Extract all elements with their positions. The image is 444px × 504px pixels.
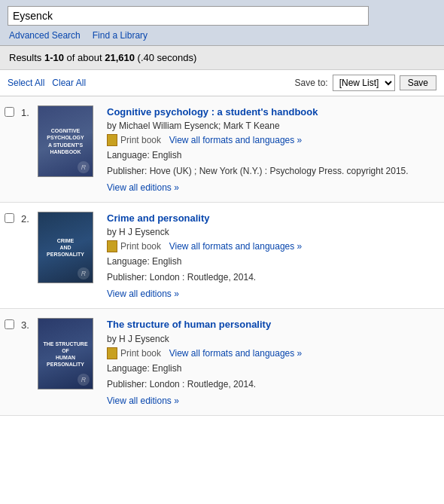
book-cover-col: The Structure ofHuman Personality R: [38, 318, 98, 389]
book-cover-text: COGNITIVEPSYCHOLOGYA STUDENT'SHANDBOOK: [47, 127, 84, 154]
book-cover-col: COGNITIVEPSYCHOLOGYA STUDENT'SHANDBOOK R: [38, 105, 98, 177]
table-row: 1. COGNITIVEPSYCHOLOGYA STUDENT'SHANDBOO…: [0, 96, 444, 203]
book-format-icon: [107, 347, 117, 359]
results-summary: Results 1-10 of about 21,610 (.40 second…: [9, 52, 196, 63]
book-list: 1. COGNITIVEPSYCHOLOGYA STUDENT'SHANDBOO…: [0, 96, 444, 416]
book-publisher: Publisher: London : Routledge, 2014.: [107, 377, 436, 391]
book-author: by Michael William Eysenck; Mark T Keane: [107, 121, 436, 131]
book-info: Cognitive psychology : a student's handb…: [107, 105, 436, 193]
book-number: 1.: [21, 105, 38, 118]
book-info: Crime and personality by H J Eysenck Pri…: [107, 212, 436, 299]
book-cover: COGNITIVEPSYCHOLOGYA STUDENT'SHANDBOOK R: [38, 105, 93, 177]
book-language: Language: English: [107, 148, 436, 162]
book-checkbox-col: [5, 212, 21, 223]
book-author: by H J Eysenck: [107, 227, 436, 237]
book-publisher: Publisher: Hove (UK) ; New York (N.Y.) :…: [107, 164, 436, 178]
book-publisher: Publisher: London : Routledge, 2014.: [107, 270, 436, 284]
book-cover-text: The Structure ofHuman Personality: [41, 341, 90, 368]
select-all-link[interactable]: Select All: [8, 78, 44, 88]
book-cover: CrimeandPersonality R: [38, 212, 93, 283]
book-author: by H J Eysenck: [107, 334, 436, 344]
book-title-link[interactable]: Crime and personality: [107, 212, 210, 224]
book-title-link[interactable]: The structure of human personality: [107, 319, 271, 330]
view-editions-link[interactable]: View all editions »: [107, 182, 179, 193]
book-format-text: Print book: [120, 348, 166, 359]
book-checkbox-col: [5, 105, 21, 117]
book-cover-text: CrimeandPersonality: [47, 237, 84, 258]
book-format-icon: [107, 240, 117, 252]
clear-all-link[interactable]: Clear All: [52, 78, 86, 88]
book-checkbox[interactable]: [5, 319, 14, 329]
search-input[interactable]: [8, 6, 369, 26]
book-format-text: Print book: [120, 135, 166, 145]
book-cover-col: CrimeandPersonality R: [38, 212, 98, 283]
view-formats-link[interactable]: View all formats and languages »: [169, 241, 303, 252]
book-cover: The Structure ofHuman Personality R: [38, 318, 93, 389]
book-format-text: Print book: [120, 241, 166, 252]
search-area: Advanced Search Find a Library: [0, 0, 444, 46]
book-language: Language: English: [107, 255, 436, 268]
table-row: 3. The Structure ofHuman Personality R T…: [0, 309, 444, 415]
book-language: Language: English: [107, 362, 436, 375]
view-formats-link[interactable]: View all formats and languages »: [169, 135, 303, 145]
find-library-link[interactable]: Find a Library: [93, 30, 147, 41]
book-title-link[interactable]: Cognitive psychology : a student's handb…: [107, 106, 318, 118]
view-formats-link[interactable]: View all formats and languages »: [169, 348, 303, 359]
save-button[interactable]: Save: [400, 75, 436, 90]
book-info: The structure of human personality by H …: [107, 318, 436, 405]
table-row: 2. CrimeandPersonality R Crime and perso…: [0, 203, 444, 309]
book-number: 3.: [21, 318, 38, 331]
view-editions-link[interactable]: View all editions »: [107, 396, 179, 406]
book-checkbox[interactable]: [5, 107, 14, 117]
save-to-label: Save to:: [295, 78, 328, 88]
results-header: Results 1-10 of about 21,610 (.40 second…: [0, 46, 444, 70]
book-format-icon: [107, 134, 117, 146]
book-checkbox[interactable]: [5, 213, 14, 223]
view-editions-link[interactable]: View all editions »: [107, 289, 179, 299]
save-to-select[interactable]: [New List]: [333, 75, 395, 91]
advanced-search-link[interactable]: Advanced Search: [9, 30, 81, 41]
book-checkbox-col: [5, 318, 21, 329]
toolbar: Select All Clear All Save to: [New List]…: [0, 70, 444, 96]
book-number: 2.: [21, 212, 38, 225]
